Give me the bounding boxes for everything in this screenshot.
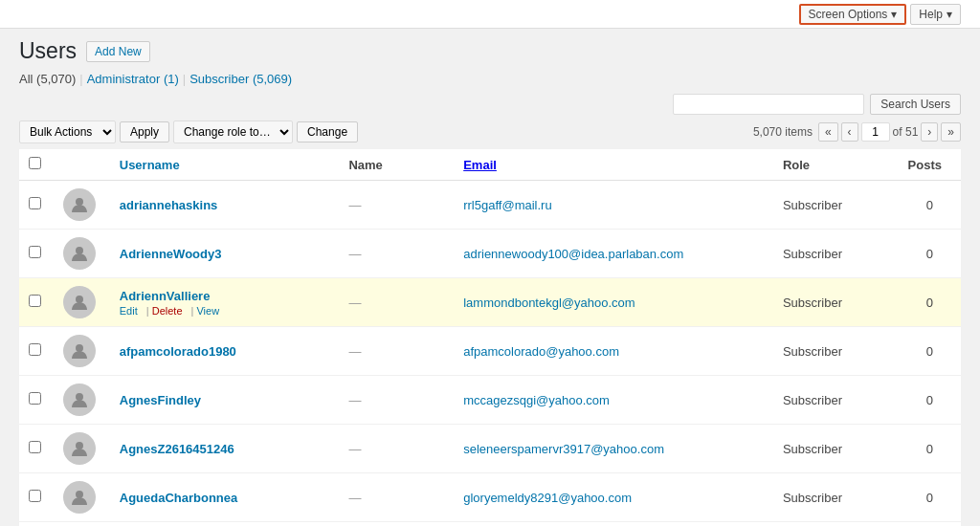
table-body: adriannehaskinsEdit | Delete | View—rrl5… (19, 181, 961, 527)
row-actions: Edit | Delete | View (120, 305, 330, 317)
posts-cell: 0 (899, 327, 961, 376)
table-row: AguedaCharbonneaEdit | Delete | View—glo… (19, 473, 961, 522)
email-link[interactable]: mccagezsqgi@yahoo.com (463, 393, 610, 407)
svg-point-3 (76, 344, 83, 352)
email-link[interactable]: rrl5gaff@mail.ru (463, 198, 551, 212)
search-input[interactable] (673, 94, 864, 115)
table-row: afpamcolorado1980Edit | Delete | View—af… (19, 327, 961, 376)
posts-value: 0 (926, 344, 933, 359)
col-header-email: Email (454, 149, 773, 181)
avatar-cell (54, 473, 110, 522)
username-cell: adriannehaskinsEdit | Delete | View (110, 181, 340, 230)
username-link[interactable]: AgnesZ2616451246 (120, 442, 234, 456)
filter-subscriber-link[interactable]: Subscriber (5,069) (189, 72, 292, 86)
role-cell: Subscriber (773, 181, 899, 230)
apply-button[interactable]: Apply (120, 121, 169, 142)
search-users-button[interactable]: Search Users (870, 94, 961, 115)
name-value: — (348, 393, 361, 407)
avatar-cell (54, 327, 110, 376)
screen-options-button[interactable]: Screen Options ▾ (799, 4, 907, 25)
username-cell: AdriennValliereEdit | Delete | View (110, 278, 340, 327)
row-checkbox[interactable] (29, 246, 41, 258)
bulk-actions-select[interactable]: Bulk Actions (19, 121, 116, 143)
current-page-input[interactable] (861, 122, 890, 142)
toolbar-left: Bulk Actions Apply Change role to… Chang… (19, 121, 358, 143)
role-cell: Subscriber (773, 327, 899, 376)
role-value: Subscriber (783, 491, 842, 505)
posts-value: 0 (926, 296, 933, 310)
avatar (63, 481, 96, 514)
table-header-row: Username Name Email Role Posts (19, 149, 961, 181)
row-check-cell (19, 376, 54, 425)
email-cell: afpamcolorado@yahoo.com (454, 327, 773, 376)
col-header-avatar (54, 149, 110, 181)
table-row: aguedameiselEdit | Delete | View—agueda.… (19, 522, 961, 527)
email-link[interactable]: gloryemeldy8291@yahoo.com (463, 491, 632, 505)
row-checkbox[interactable] (29, 392, 41, 405)
prev-page-button[interactable]: ‹ (841, 122, 858, 142)
select-all-checkbox[interactable] (29, 157, 41, 169)
pagination: « ‹ of 51 › » (818, 122, 961, 142)
avatar (63, 188, 96, 221)
name-value: — (348, 247, 361, 261)
role-cell: Subscriber (773, 230, 899, 278)
top-bar: Screen Options ▾ Help ▾ (0, 0, 980, 29)
avatar-cell (54, 425, 110, 473)
row-checkbox[interactable] (29, 295, 41, 307)
filter-administrator-link[interactable]: Administrator (1) (87, 72, 179, 86)
name-cell: — (339, 278, 454, 327)
username-link[interactable]: AdriennValliere (120, 289, 211, 303)
username-link[interactable]: adriannehaskins (120, 198, 218, 212)
username-link[interactable]: AgnesFindley (120, 393, 201, 407)
col-header-check (19, 149, 54, 181)
role-value: Subscriber (783, 344, 842, 359)
role-value: Subscriber (783, 247, 842, 261)
toolbar-right: 5,070 items « ‹ of 51 › » (753, 122, 961, 142)
help-button[interactable]: Help ▾ (910, 4, 961, 25)
posts-cell: 0 (899, 473, 961, 522)
add-new-button[interactable]: Add New (86, 41, 150, 62)
change-button[interactable]: Change (297, 121, 358, 142)
name-cell: — (339, 473, 454, 522)
change-role-select[interactable]: Change role to… (173, 121, 293, 143)
role-cell: Subscriber (773, 376, 899, 425)
filter-links: All (5,070) | Administrator (1) | Subscr… (19, 72, 961, 86)
top-bar-right: Screen Options ▾ Help ▾ (799, 4, 961, 25)
email-link[interactable]: seleneerspamervr3917@yahoo.com (463, 442, 664, 456)
delete-link[interactable]: Delete (152, 305, 183, 317)
table-row: AdrienneWoody3Edit | Delete | View—adrie… (19, 230, 961, 278)
first-page-button[interactable]: « (818, 122, 838, 142)
screen-options-label: Screen Options (809, 8, 888, 21)
username-cell: AdrienneWoody3Edit | Delete | View (110, 230, 340, 278)
email-link[interactable]: adriennewoody100@idea.parlaban.com (463, 247, 683, 261)
filter-all-link[interactable]: All (5,070) (19, 72, 76, 86)
row-checkbox[interactable] (29, 197, 41, 209)
username-link[interactable]: AdrienneWoody3 (120, 247, 222, 261)
email-link[interactable]: lammondbontekgl@yahoo.com (463, 296, 635, 310)
sort-email-link[interactable]: Email (463, 158, 497, 172)
row-checkbox[interactable] (29, 490, 41, 502)
view-link[interactable]: View (196, 305, 219, 317)
next-page-button[interactable]: › (921, 122, 938, 142)
name-value: — (348, 442, 361, 456)
avatar (63, 384, 96, 416)
sort-username-link[interactable]: Username (120, 158, 330, 172)
col-header-username: Username (110, 149, 340, 181)
edit-link[interactable]: Edit (120, 305, 138, 317)
username-link[interactable]: afpamcolorado1980 (120, 344, 236, 359)
users-table: Username Name Email Role Posts (19, 149, 961, 526)
delete-action: | Delete (144, 305, 186, 317)
last-page-button[interactable]: » (941, 122, 961, 142)
email-link[interactable]: afpamcolorado@yahoo.com (463, 344, 619, 359)
chevron-down-icon: ▾ (947, 8, 952, 21)
avatar-cell (54, 181, 110, 230)
username-link[interactable]: AguedaCharbonnea (120, 491, 238, 505)
row-checkbox[interactable] (29, 441, 41, 453)
avatar-cell (54, 278, 110, 327)
role-value: Subscriber (783, 393, 842, 407)
posts-cell: 0 (899, 230, 961, 278)
row-checkbox[interactable] (29, 343, 41, 356)
name-value: — (348, 198, 361, 212)
svg-point-1 (76, 247, 83, 254)
chevron-down-icon: ▾ (891, 8, 897, 21)
